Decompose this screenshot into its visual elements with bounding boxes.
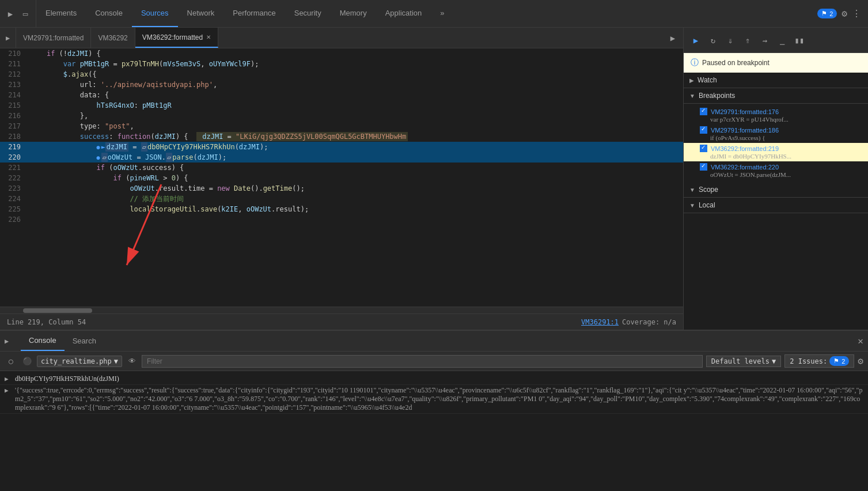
- tab-more[interactable]: »: [431, 0, 453, 27]
- line-content-222: if (pineWRL > 0) {: [28, 174, 683, 182]
- line-content-226: [28, 216, 683, 224]
- clear-console-btn[interactable]: ○: [5, 355, 17, 368]
- scope-section: ▼ Scope ▼ Local: [684, 182, 868, 330]
- bp-check-1: VM29791:formatted:186: [700, 126, 862, 134]
- breakpoint-item-2: VM36292:formatted:219 dzJMI = db0HpCYIy9…: [684, 143, 868, 161]
- line-content-220: ●▱oOWzUt = JSON.▱parse(dzJMI);: [28, 153, 683, 161]
- step-btn[interactable]: ⇝: [757, 33, 772, 48]
- right-panel: ▶ ↻ ⇓ ⇑ ⇝ ⎯ ▮▮ ⓘ Paused on breakpoint ▶ …: [684, 28, 868, 330]
- code-line-214: 214 data: {: [0, 90, 683, 100]
- eye-icon[interactable]: 👁: [126, 355, 138, 368]
- filter-input[interactable]: [142, 355, 703, 368]
- console-settings-icon[interactable]: ⚙: [858, 356, 863, 367]
- deactivate-btn[interactable]: ⎯: [775, 33, 790, 48]
- local-arrow: ▼: [689, 202, 695, 209]
- bp-checkbox-1[interactable]: [700, 126, 707, 134]
- line-content-224: // 添加当前时间: [28, 194, 683, 204]
- file-panel-icon[interactable]: ▶: [667, 32, 679, 44]
- levels-text: Default levels: [711, 357, 770, 365]
- tab-sources[interactable]: Sources: [132, 0, 178, 27]
- code-line-220: 220 ●▱oOWzUt = JSON.▱parse(dzJMI);: [0, 152, 683, 163]
- issues-badge-bottom[interactable]: 2 Issues: ⚑ 2: [784, 354, 854, 368]
- expand-arrow-0[interactable]: ▶: [5, 375, 12, 383]
- step-out-btn[interactable]: ⇑: [740, 33, 755, 48]
- line-content-211: var pMBt1gR = px79lTnMH(mVs5em3vS, oUYmY…: [28, 60, 683, 68]
- console-panel-icon[interactable]: ▶: [5, 337, 21, 345]
- more-icon[interactable]: ⋮: [852, 8, 861, 19]
- bp-file-1: VM29791:formatted:186: [711, 127, 779, 134]
- issues-count: ⚑ 2: [829, 356, 849, 366]
- code-line-216: 216 },: [0, 111, 683, 121]
- bp-check-2: VM36292:formatted:219: [700, 145, 862, 152]
- levels-dropdown[interactable]: Default levels ▼: [706, 356, 781, 367]
- watch-arrow: ▶: [689, 77, 694, 84]
- line-content-212: $.ajax({: [28, 70, 683, 78]
- bp-checkbox-2[interactable]: [700, 145, 707, 152]
- tab-elements[interactable]: Elements: [36, 0, 86, 27]
- vm-link[interactable]: VM36291:1: [581, 318, 619, 326]
- line-content-215: hTsRG4nxO: pMBt1gR: [28, 101, 683, 109]
- bp-checkbox-0[interactable]: [700, 108, 707, 115]
- levels-chevron-icon: ▼: [772, 357, 776, 365]
- breakpoints-label: Breakpoints: [699, 92, 735, 100]
- file-tab-end: ▶: [662, 32, 683, 44]
- issues-badge[interactable]: ⚑ 2: [817, 9, 837, 18]
- line-num-215: 215: [0, 101, 28, 109]
- file-selector[interactable]: city_realtime.php ▼: [37, 356, 122, 367]
- scope-header[interactable]: ▼ Scope: [684, 182, 868, 198]
- line-num-214: 214: [0, 91, 28, 99]
- expand-arrow-1[interactable]: ▶: [5, 387, 12, 394]
- code-line-222: 222 if (pineWRL > 0) {: [0, 173, 683, 183]
- file-tab-vm29791[interactable]: VM29791:formatted: [16, 28, 91, 48]
- console-tab[interactable]: Console: [21, 331, 65, 351]
- breakpoints-arrow: ▼: [689, 93, 695, 99]
- line-content-218: success: function(dzJMI) { dzJMI = "LKiG…: [28, 133, 683, 141]
- tab-application[interactable]: Application: [376, 0, 431, 27]
- console-toolbar: ○ ⚫ city_realtime.php ▼ 👁 Default levels…: [0, 352, 868, 371]
- pause-btn[interactable]: ▮▮: [792, 33, 807, 48]
- line-content-213: url: '../apinew/aqistudyapi.php',: [28, 81, 683, 89]
- code-area[interactable]: 210 if (!dzJMI) { 211 var pMBt1gR = px79…: [0, 48, 683, 307]
- tab-memory[interactable]: Memory: [331, 0, 376, 27]
- tab-security[interactable]: Security: [285, 0, 331, 27]
- line-num-218: 218: [0, 133, 28, 141]
- settings-icon[interactable]: ⚙: [842, 8, 847, 19]
- horizontal-scrollbar[interactable]: [0, 307, 683, 314]
- search-tab[interactable]: Search: [65, 331, 104, 351]
- tab-network[interactable]: Network: [178, 0, 224, 27]
- file-tab-label: VM36292: [98, 34, 127, 42]
- source-panel: ▶ VM29791:formatted VM36292 VM36292:form…: [0, 28, 684, 330]
- file-tab-vm36292-formatted[interactable]: VM36292:formatted ✕: [135, 28, 218, 48]
- line-num-223: 223: [0, 184, 28, 192]
- stop-recording-btn[interactable]: ⚫: [21, 355, 33, 368]
- file-tabs: ▶ VM29791:formatted VM36292 VM36292:form…: [0, 28, 683, 48]
- step-over-btn[interactable]: ↻: [706, 33, 721, 48]
- file-tab-vm36292[interactable]: VM36292: [91, 28, 135, 48]
- file-tab-label: VM36292:formatted: [142, 33, 203, 41]
- file-tab-close[interactable]: ✕: [206, 34, 211, 40]
- code-line-219: 219 ●►dzJMI = ▱db0HpCYIy97HkHS7RkhUn(dzJ…: [0, 142, 683, 152]
- console-output[interactable]: ▶ db0HpCYIy97HkHS7RkhUn(dzJMI) ▶ '{"succ…: [0, 371, 868, 491]
- line-num-211: 211: [0, 60, 28, 68]
- line-num-212: 212: [0, 70, 28, 78]
- watch-header[interactable]: ▶ Watch: [684, 73, 868, 88]
- line-num-226: 226: [0, 216, 28, 224]
- local-header[interactable]: ▼ Local: [684, 198, 868, 213]
- close-bottom-panel[interactable]: ✕: [858, 335, 863, 346]
- bp-code-1: if (oPvAs9.success) {: [700, 134, 862, 141]
- scrollbar-thumb[interactable]: [23, 308, 92, 313]
- local-label: Local: [699, 201, 715, 209]
- file-tab-label: VM29791:formatted: [23, 34, 84, 42]
- coverage-text: Coverage: n/a: [622, 318, 676, 326]
- file-tab-nav-left[interactable]: ▶: [0, 28, 16, 48]
- tab-console[interactable]: Console: [86, 0, 132, 27]
- bp-code-3: oOWzUt = JSON.parse(dzJM...: [700, 171, 862, 178]
- device-icon[interactable]: ▭: [20, 8, 31, 20]
- step-into-btn[interactable]: ⇓: [723, 33, 738, 48]
- resume-btn[interactable]: ▶: [688, 33, 703, 48]
- cursor-icon[interactable]: ▶: [5, 8, 16, 20]
- breakpoints-header[interactable]: ▼ Breakpoints: [684, 88, 868, 104]
- bp-checkbox-3[interactable]: [700, 163, 707, 171]
- bp-check-0: VM29791:formatted:176: [700, 108, 862, 115]
- tab-performance[interactable]: Performance: [223, 0, 285, 27]
